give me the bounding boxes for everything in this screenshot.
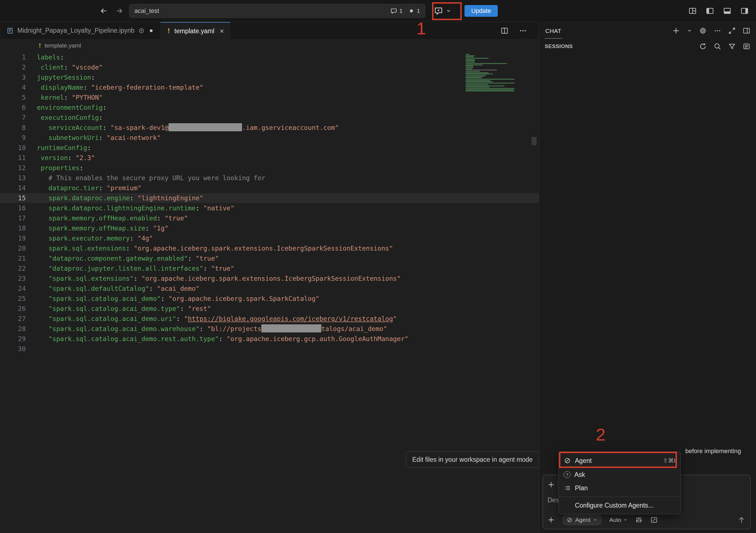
minimap-line — [466, 68, 472, 69]
maximize-panel-icon[interactable] — [728, 27, 736, 35]
code-line[interactable]: 13 # This enables the secure proxy URL y… — [0, 173, 539, 183]
code-line[interactable]: 16 spark.dataproc.lightningEngine.runtim… — [0, 203, 539, 213]
code-line[interactable]: 30 — [0, 344, 539, 354]
breadcrumb[interactable]: ! template.yaml — [0, 39, 539, 52]
code-line[interactable]: 27 "spark.sql.catalog.acai_demo.uri": "h… — [0, 314, 539, 324]
menu-item-agent[interactable]: Agent ⇧⌘I — [559, 453, 681, 468]
code-line[interactable]: 17 spark.memory.offHeap.enabled: "true" — [0, 213, 539, 223]
editor-more-actions-icon[interactable] — [519, 27, 527, 35]
code-line[interactable]: 15 spark.dataproc.engine: "lightningEngi… — [0, 193, 539, 203]
toggle-primary-sidebar-icon[interactable] — [706, 7, 714, 15]
line-number: 23 — [0, 273, 26, 284]
forward-button[interactable] — [115, 7, 123, 15]
update-button[interactable]: Update — [465, 5, 498, 17]
code-token: environmentConfig — [37, 104, 103, 111]
close-tab-icon[interactable]: × — [220, 27, 224, 35]
code-line[interactable]: 28 "spark.sql.catalog.acai_demo.warehous… — [0, 324, 539, 334]
code-line[interactable]: 18 spark.memory.offHeap.size: "1g" — [0, 223, 539, 233]
code-line[interactable]: 4 displayName: "iceberg-federation-templ… — [0, 82, 539, 92]
code-line[interactable]: 6environmentConfig: — [0, 103, 539, 113]
minimap-line — [466, 54, 469, 55]
code-token — [134, 194, 138, 202]
hide-secondary-sidebar-icon[interactable] — [742, 27, 750, 35]
command-center[interactable]: acai_test 1 1 — [129, 4, 425, 18]
code-token: "spark.sql.catalog.acai_demo.rest.auth.t… — [49, 335, 219, 343]
modified-dot-icon[interactable] — [148, 28, 154, 34]
code-token: properties — [41, 164, 79, 171]
code-line[interactable]: 5 kernel: "PYTHON" — [0, 92, 539, 103]
add-icon[interactable] — [548, 516, 555, 523]
line-number: 4 — [0, 82, 26, 92]
send-button[interactable] — [737, 516, 746, 524]
line-number: 1 — [0, 52, 26, 62]
tab-label: Midnight_Papaya_Loyalty_Pipeline.ipynb — [17, 27, 134, 34]
minimap-line — [466, 57, 474, 57]
menu-item-ask[interactable]: ? Ask — [559, 468, 681, 481]
chevron-down-icon[interactable] — [687, 28, 692, 34]
gear-icon[interactable] — [699, 27, 707, 35]
code-line[interactable]: 12 properties: — [0, 163, 539, 173]
chat-input-placeholder[interactable]: Des — [548, 496, 559, 504]
sessions-view-icon[interactable] — [742, 42, 750, 50]
code-token — [103, 184, 106, 191]
code-line[interactable]: 25 "spark.sql.catalog.acai_demo": "org.a… — [0, 293, 539, 304]
more-actions-icon[interactable] — [714, 27, 721, 35]
customize-layout-icon[interactable] — [688, 7, 697, 15]
code-token: "spark.sql.catalog.acai_demo.type" — [49, 305, 180, 312]
agent-mode-tooltip: Edit files in your workspace in agent mo… — [406, 451, 539, 468]
line-number: 25 — [0, 293, 26, 304]
chat-toggle-button[interactable] — [432, 5, 454, 17]
attach-context-icon[interactable] — [548, 481, 555, 488]
code-line[interactable]: 22 "dataproc.jupyter.listen.all.interfac… — [0, 264, 539, 273]
minimap[interactable] — [466, 54, 516, 93]
refresh-icon[interactable] — [699, 42, 707, 50]
code-line[interactable]: 3jupyterSession: — [0, 72, 539, 82]
line-number: 24 — [0, 284, 26, 293]
code-line[interactable]: 26 "spark.sql.catalog.acai_demo.type": "… — [0, 304, 539, 314]
agent-mode-picker[interactable]: Agent — [562, 514, 602, 525]
code-line[interactable]: 14 dataproc.tier: "premium" — [0, 183, 539, 193]
minimap-line — [466, 83, 515, 84]
minimap-line — [466, 80, 491, 81]
model-picker[interactable]: Auto — [609, 517, 628, 523]
code-line[interactable]: 29 "spark.sql.catalog.acai_demo.rest.aut… — [0, 334, 539, 344]
code-line[interactable]: 1labels: — [0, 52, 539, 62]
code-token — [149, 225, 153, 232]
dot-count: 1 — [417, 8, 420, 14]
tab-notebook[interactable]: Midnight_Papaya_Loyalty_Pipeline.ipynb — [0, 22, 160, 39]
new-chat-icon[interactable] — [672, 27, 680, 35]
code-line[interactable]: 23 "spark.sql.extensions": "org.apache.i… — [0, 273, 539, 284]
code-line[interactable]: 24 "spark.sql.defaultCatalog": "acai_dem… — [0, 284, 539, 293]
code-line[interactable]: 21 "dataproc.component.gateway.enabled":… — [0, 253, 539, 264]
code-line[interactable]: 11 version: "2.3" — [0, 153, 539, 163]
tools-sliders-icon[interactable] — [635, 516, 643, 524]
split-editor-icon[interactable] — [500, 27, 509, 35]
scrollbar-handle[interactable] — [531, 137, 537, 145]
menu-item-configure-custom-agents[interactable]: Configure Custom Agents... — [559, 499, 681, 512]
prompt-edit-icon[interactable] — [650, 516, 658, 524]
toggle-secondary-sidebar-icon[interactable] — [740, 7, 749, 15]
code-line[interactable]: 2 client: "vscode" — [0, 62, 539, 72]
code-token: : — [161, 295, 165, 302]
code-line[interactable]: 7 executionConfig: — [0, 113, 539, 123]
dot-count-badge[interactable]: 1 — [408, 8, 420, 14]
code-line[interactable]: 19 spark.executor.memory: "4g" — [0, 233, 539, 243]
filter-icon[interactable] — [728, 42, 736, 50]
tab-template-yaml[interactable]: ! template.yaml × — [160, 22, 230, 39]
code-token — [161, 215, 165, 222]
ask-icon: ? — [564, 471, 570, 478]
tab-bar: Midnight_Papaya_Loyalty_Pipeline.ipynb !… — [0, 22, 539, 39]
toggle-panel-icon[interactable] — [723, 7, 731, 15]
back-button[interactable] — [99, 7, 108, 15]
minimap-line — [466, 55, 474, 56]
menu-item-plan[interactable]: Plan — [559, 481, 681, 495]
code-line[interactable]: 8 serviceAccount: "sa-spark-dev1@.iam.gs… — [0, 123, 539, 133]
code-line[interactable]: 20 spark.sql.extensions: "org.apache.ice… — [0, 243, 539, 253]
code-token — [37, 325, 49, 332]
search-icon[interactable] — [714, 42, 721, 50]
code-token: : — [188, 255, 192, 262]
code-line[interactable]: 10runtimeConfig: — [0, 143, 539, 153]
code-line[interactable]: 9 subnetworkUri: "acai-network" — [0, 133, 539, 143]
comment-count-badge[interactable]: 1 — [390, 7, 403, 14]
chat-panel-title[interactable]: CHAT — [545, 23, 562, 38]
